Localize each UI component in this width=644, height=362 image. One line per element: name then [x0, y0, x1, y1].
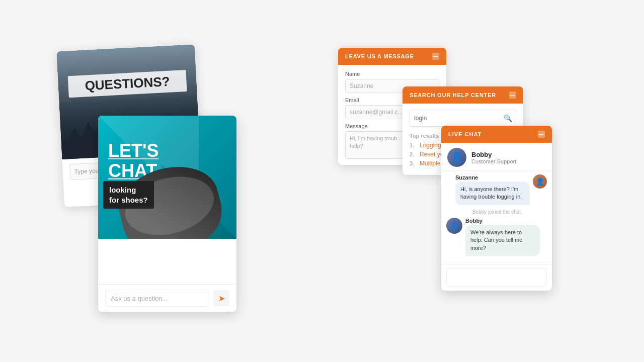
system-message: Bobby joined the chat	[446, 209, 547, 215]
leave-message-title: LEAVE US A MESSAGE	[345, 53, 414, 59]
search-icon[interactable]: 🔍	[500, 110, 516, 126]
leave-message-header: LEAVE US A MESSAGE —	[338, 48, 446, 65]
message-bobby: 👤 Bobby We're always here to help. Can y…	[446, 218, 547, 256]
bobby-avatar-small: 👤	[446, 218, 462, 234]
message-suzanne: 👤 Suzanne Hi, is anyone there? I'm havin…	[446, 174, 547, 205]
search-input[interactable]: login	[410, 112, 500, 125]
live-chat-minimize[interactable]: —	[538, 131, 545, 138]
name-label: Name	[345, 71, 439, 77]
questions-title: QUESTIONS?	[68, 70, 187, 98]
bobby-bubble: We're always here to help. Can you tell …	[465, 225, 540, 256]
help-center-header: SEARCH OUR HELP CENTER —	[403, 86, 523, 104]
chat-input-container	[441, 264, 552, 291]
help-center-title: SEARCH OUR HELP CENTER	[410, 92, 496, 98]
suzanne-avatar: 👤	[533, 174, 547, 189]
agent-row: 👤 Bobby Customer Support	[441, 143, 552, 170]
live-chat-header: LIVE CHAT —	[441, 126, 552, 143]
lets-chat-card: LET'S CHAT. looking for shoes? Ask us a …	[98, 116, 236, 312]
chat-hero: LET'S CHAT. looking for shoes?	[98, 116, 236, 239]
chat-question-input[interactable]: Ask us a question...	[105, 290, 209, 307]
agent-name: Bobby	[471, 151, 516, 158]
chat-input-area: Ask us a question... ➤	[98, 284, 236, 312]
live-chat-widget: LIVE CHAT — 👤 Bobby Customer Support 👤 S…	[441, 126, 552, 291]
help-center-minimize[interactable]: —	[509, 92, 516, 99]
suzanne-bubble: Hi, is anyone there? I'm having trouble …	[455, 182, 530, 205]
live-chat-title: LIVE CHAT	[448, 131, 481, 137]
search-row: login 🔍	[410, 110, 516, 127]
chat-type-input[interactable]	[446, 268, 547, 287]
bobby-name: Bobby	[465, 218, 540, 224]
agent-avatar: 👤	[447, 148, 466, 167]
chat-messages: 👤 Suzanne Hi, is anyone there? I'm havin…	[441, 170, 552, 264]
suzanne-name: Suzanne	[455, 174, 530, 180]
shoes-label: looking for shoes?	[103, 181, 154, 209]
agent-role: Customer Support	[471, 158, 516, 164]
leave-message-minimize[interactable]: —	[432, 53, 439, 60]
send-button[interactable]: ➤	[213, 290, 229, 306]
